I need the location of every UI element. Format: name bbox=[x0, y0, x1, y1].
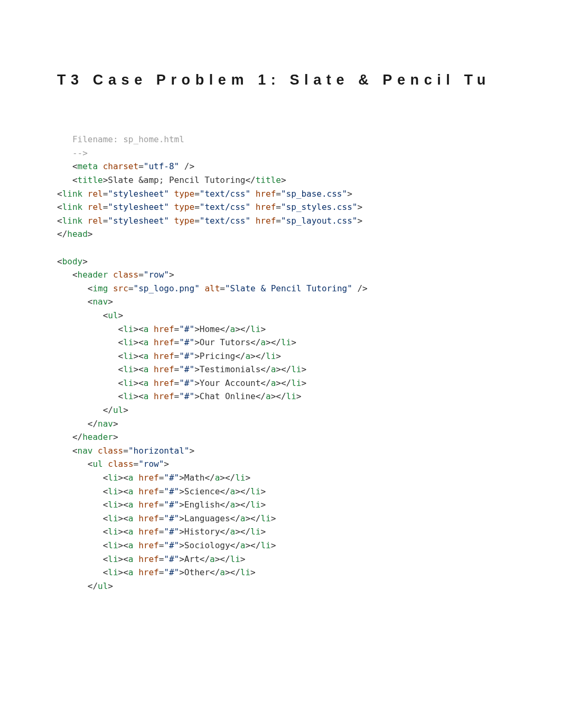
code-token: li bbox=[250, 324, 260, 334]
code-token: = bbox=[128, 283, 134, 293]
code-token: a bbox=[271, 378, 276, 388]
code-token bbox=[250, 189, 256, 199]
code-token: > bbox=[169, 270, 174, 280]
code-token bbox=[148, 324, 154, 334]
code-token: a bbox=[245, 351, 250, 361]
code-token: a bbox=[144, 324, 149, 334]
code-line: <link rel="stylesheet" type="text/css" h… bbox=[57, 200, 561, 214]
code-token: "#" bbox=[179, 351, 194, 361]
code-token: li bbox=[123, 364, 133, 374]
code-token: = bbox=[174, 337, 180, 347]
code-token: href bbox=[138, 513, 159, 523]
code-token bbox=[108, 270, 113, 280]
code-token: < bbox=[57, 459, 92, 469]
code-token: > bbox=[301, 364, 306, 374]
code-token: = bbox=[123, 446, 128, 456]
code-token: < bbox=[57, 378, 123, 388]
code-token: a bbox=[220, 567, 225, 577]
code-token: a bbox=[144, 364, 149, 374]
code-token: ></ bbox=[245, 513, 260, 523]
code-token: >< bbox=[134, 351, 144, 361]
code-token: a bbox=[266, 391, 271, 401]
code-token: < bbox=[57, 527, 108, 537]
code-token: < bbox=[57, 310, 108, 320]
code-token: >< bbox=[118, 486, 128, 496]
code-token: href bbox=[138, 486, 159, 496]
code-token: href bbox=[256, 189, 276, 199]
code-token bbox=[134, 500, 139, 510]
code-token: "#" bbox=[164, 473, 179, 483]
code-token bbox=[82, 189, 88, 199]
code-token: > bbox=[260, 500, 266, 510]
code-token: li bbox=[123, 351, 133, 361]
code-token bbox=[103, 459, 108, 469]
code-token: >< bbox=[118, 527, 128, 537]
code-token: < bbox=[57, 540, 108, 550]
code-token: ul bbox=[108, 310, 118, 320]
code-token: a bbox=[128, 527, 134, 537]
code-token: nav bbox=[92, 297, 108, 307]
code-token bbox=[148, 364, 154, 374]
code-token: </ bbox=[220, 486, 230, 496]
code-token: = bbox=[220, 283, 225, 293]
code-token: type bbox=[174, 189, 195, 199]
code-token: link bbox=[62, 202, 83, 212]
code-token: > bbox=[357, 202, 362, 212]
code-token: li bbox=[266, 351, 276, 361]
code-block: Filename: sp_home.html --> <meta charset… bbox=[0, 91, 561, 593]
code-token: href bbox=[256, 216, 276, 226]
code-token: < bbox=[57, 500, 108, 510]
code-line: </header> bbox=[57, 430, 561, 444]
code-token: li bbox=[240, 567, 250, 577]
code-token: = bbox=[134, 459, 139, 469]
code-token: li bbox=[260, 513, 270, 523]
code-token: link bbox=[62, 189, 83, 199]
code-token: </ bbox=[204, 473, 214, 483]
code-token: = bbox=[276, 189, 281, 199]
code-token: > bbox=[179, 500, 184, 510]
code-token: "utf-8" bbox=[144, 161, 179, 171]
code-line: <ul class="row"> bbox=[57, 457, 561, 471]
code-token: "text/css" bbox=[200, 189, 250, 199]
code-token: "#" bbox=[164, 540, 179, 550]
code-token: = bbox=[174, 351, 180, 361]
code-token: History bbox=[184, 527, 220, 537]
code-token: < bbox=[57, 202, 62, 212]
code-token bbox=[148, 378, 154, 388]
code-token: Languages bbox=[184, 513, 230, 523]
code-token: > bbox=[179, 567, 184, 577]
code-token: > bbox=[189, 446, 194, 456]
code-token: charset bbox=[103, 161, 138, 171]
code-token: a bbox=[215, 473, 220, 483]
code-token: ul bbox=[113, 405, 123, 415]
code-token bbox=[98, 161, 103, 171]
code-token: < bbox=[57, 189, 62, 199]
code-token: < bbox=[57, 216, 62, 226]
code-token: < bbox=[57, 391, 123, 401]
code-token: = bbox=[159, 473, 164, 483]
code-token: </ bbox=[260, 378, 270, 388]
code-token: < bbox=[57, 337, 123, 347]
code-token: /> bbox=[179, 161, 194, 171]
code-line: <li><a href="#">Home</a></li> bbox=[57, 322, 561, 336]
code-token: >< bbox=[134, 337, 144, 347]
code-token: </ bbox=[57, 229, 67, 239]
code-line: <nav class="horizontal"> bbox=[57, 444, 561, 458]
code-token: "Slate & Pencil Tutoring" bbox=[225, 283, 352, 293]
code-token: > bbox=[240, 554, 246, 564]
code-token: > bbox=[357, 216, 362, 226]
code-token: "sp_layout.css" bbox=[281, 216, 358, 226]
code-line: --> bbox=[57, 146, 561, 160]
code-token: >< bbox=[134, 391, 144, 401]
code-token: "#" bbox=[164, 486, 179, 496]
code-line: <li><a href="#">Languages</a></li> bbox=[57, 512, 561, 526]
code-token: </ bbox=[230, 513, 240, 523]
code-token: > bbox=[250, 567, 256, 577]
code-token: </ bbox=[230, 540, 240, 550]
code-token: /> bbox=[352, 283, 368, 293]
code-token: < bbox=[57, 473, 108, 483]
code-token: Our Tutors bbox=[200, 337, 250, 347]
code-token bbox=[134, 540, 139, 550]
code-token: = bbox=[174, 364, 180, 374]
code-token: > bbox=[260, 324, 266, 334]
